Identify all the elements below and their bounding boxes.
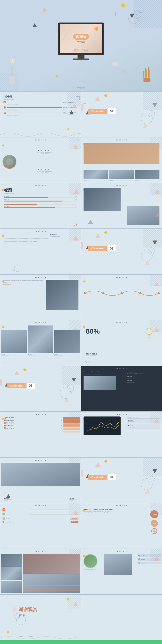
tg-title: CONTENTS bbox=[35, 139, 46, 141]
c02-badge: Content 02 bbox=[88, 245, 116, 252]
ty-sub: 再见 bbox=[19, 614, 37, 618]
row-8: CONTENTS TEXT HERE TEXT HERE 50 TEXT HER… bbox=[0, 412, 162, 457]
svg-point-4 bbox=[158, 292, 160, 294]
cover-presenter: 汇报人： bbox=[82, 49, 88, 51]
cb-title: CONTENTS bbox=[35, 414, 46, 415]
pg2-center bbox=[104, 554, 132, 575]
c01-badge-text: Content bbox=[88, 109, 107, 114]
ct-chart-area bbox=[83, 416, 121, 440]
c04-tri1 bbox=[95, 462, 101, 467]
pg2-right: suca999.com Text here Text here bbox=[138, 554, 161, 564]
c03-badge: Content 03 bbox=[7, 382, 35, 389]
c02-circle2 bbox=[141, 250, 153, 262]
q-title: CONTENTS bbox=[35, 276, 46, 278]
c03-badge-text: Content bbox=[7, 383, 26, 388]
cover-screen-subtitle: PPT 模板 bbox=[77, 41, 85, 44]
cover-tri-pink1 bbox=[41, 6, 47, 12]
tl-wave bbox=[82, 286, 161, 299]
ph2-photo1: Text here bbox=[83, 188, 121, 211]
toc-title: 目录标题 bbox=[4, 95, 14, 98]
row-11: CONTENTS bbox=[0, 549, 162, 594]
slide-photos1: CONTENTS Text here Text Take Text here bbox=[81, 137, 162, 183]
tl2-circles: Choose Font bbox=[150, 510, 158, 534]
toc-wave-svg bbox=[0, 130, 81, 137]
tl-tri bbox=[154, 282, 160, 286]
c04-pink-accent bbox=[81, 470, 83, 477]
pb-bars: TEXT NAME 60% TEXT NAME 80% TEXT NAME bbox=[4, 196, 77, 209]
bb-labels: Text here 单击此处添加文本内容文字 示例文字内容 Text here … bbox=[4, 498, 77, 501]
q-photo bbox=[46, 280, 79, 310]
toc-item-1: 01 单击此处添加文本内容 01 bbox=[4, 101, 76, 103]
slide-dark: CONTENTS Please enter some PPT content t… bbox=[81, 366, 162, 412]
ct-title: CONTENTS bbox=[116, 414, 127, 415]
c02-tri4 bbox=[153, 240, 157, 245]
ph1-title: CONTENTS bbox=[116, 139, 127, 141]
c03-circle2 bbox=[60, 387, 72, 398]
ph1-photos-row: Text here Text Take Text here bbox=[83, 170, 160, 181]
lb-dot bbox=[83, 326, 85, 328]
pb-title: CONTENTS bbox=[35, 185, 46, 186]
tg-grid: Text here 单击此处添加文本 内容文字 Text here 单击此处添加… bbox=[2, 143, 79, 180]
slide-photo-grid2: CONTENTS 单击此处添加正文内容文字内容 suca999.com bbox=[81, 549, 162, 594]
slide-content03-intro: Content 03 bbox=[0, 366, 81, 412]
c03-tri1 bbox=[14, 371, 20, 376]
row-2: CONTENTS Text here 单击此处添加文本 内容文字 bbox=[0, 137, 162, 183]
ty-tri1 bbox=[73, 602, 79, 606]
tl-title: CONTENTS bbox=[116, 276, 127, 278]
tl2-text: Unified fonts make reading more fluent P… bbox=[83, 508, 114, 515]
desc-dot bbox=[2, 235, 4, 237]
slide-buildings: CONTENTS Text here 单击此处添加文本内容文字 Text her… bbox=[0, 320, 81, 366]
slide-photo-grid1: CONTENTS bbox=[0, 549, 81, 594]
ct-chart-svg bbox=[85, 418, 119, 434]
svg-line-10 bbox=[152, 328, 153, 328]
svg-point-1 bbox=[102, 292, 104, 294]
dk-left: Please enter some PPT content to change.… bbox=[83, 371, 118, 390]
lb-percent: 80% bbox=[86, 327, 100, 335]
tl-dot bbox=[83, 280, 85, 282]
tl-wave-svg bbox=[82, 286, 161, 298]
tl-bot-labels: Text here Text here bbox=[83, 315, 160, 316]
ty-dot bbox=[67, 598, 69, 600]
slide-building-big: CONTENTS Text here 单击此处添加文本内容文字 示例文字内容 T… bbox=[0, 457, 81, 503]
desc-body: 单击此处添加正文内容文字单击此处添加正文内容文字单击此处添加正文内容文字单击此处… bbox=[4, 238, 48, 242]
pg2-title: CONTENTS bbox=[116, 551, 127, 552]
cover-pencil-holder bbox=[144, 67, 151, 82]
tl-top-labels: Text here Text here Text here bbox=[83, 279, 160, 280]
pg2-left: 单击此处添加正文内容文字内容 bbox=[83, 554, 102, 570]
bb-title: CONTENTS bbox=[35, 460, 46, 461]
ty-tri2 bbox=[12, 606, 17, 611]
pb-stat: 05 bbox=[74, 223, 77, 226]
slide-lightbulb: CONTENTS 80% bbox=[81, 320, 162, 366]
tl2-title: CONTENTS bbox=[116, 505, 127, 506]
c02-dot bbox=[104, 231, 107, 234]
row-12: 谢谢观赏 再见 制作人： 汇报人： bbox=[0, 594, 162, 640]
c01-badge: Content 01 bbox=[88, 108, 116, 114]
row-4: CONTENTS Text here 单击此处编辑副标题 单击此处添加正文内容文… bbox=[0, 229, 162, 274]
ty-wave bbox=[0, 634, 81, 640]
c02-bg bbox=[143, 229, 162, 248]
svg-point-0 bbox=[84, 292, 86, 294]
ty-main-text: 谢谢观赏 再见 bbox=[19, 606, 37, 618]
row-5: CONTENTS Without fonts make reading more… bbox=[0, 274, 162, 320]
slide-checkbox: CONTENTS TEXT HERE TEXT HERE 50 TEXT HER… bbox=[0, 412, 81, 457]
ph2-tri3 bbox=[88, 220, 93, 224]
toc-item-3: 03 单击此处添加文本内容 03 bbox=[4, 112, 76, 114]
slide-photos2: CONTENTS Text here Text here bbox=[81, 183, 162, 229]
c04-badge: Content 04 bbox=[88, 474, 116, 480]
ty-thankyou: 谢谢观赏 bbox=[19, 606, 37, 613]
pb-tri bbox=[73, 189, 79, 194]
slide-text-grid: CONTENTS Text here 单击此处添加文本 内容文字 bbox=[0, 137, 81, 183]
svg-rect-7 bbox=[148, 336, 151, 336]
row-6: CONTENTS Text here 单击此处添加文本内容文字 Text her… bbox=[0, 320, 162, 366]
pg1-grid bbox=[1, 554, 80, 593]
slide-quote: CONTENTS Without fonts make reading more… bbox=[0, 274, 81, 320]
c02-badge-text: Content bbox=[88, 246, 107, 251]
slide-empty bbox=[81, 594, 162, 640]
cover-dot-yellow2 bbox=[56, 75, 58, 78]
q-text: Without fonts make reading more fluent. … bbox=[2, 280, 44, 285]
cover-watermark: 华鸟图库 bbox=[77, 86, 85, 89]
svg-point-3 bbox=[139, 292, 141, 294]
lb-title: CONTENTS bbox=[116, 322, 127, 324]
slide-timeline: CONTENTS Text here Text here Text here bbox=[81, 274, 162, 320]
toc-title-area: 目录标题 单击此处编辑副标题 bbox=[4, 95, 14, 101]
